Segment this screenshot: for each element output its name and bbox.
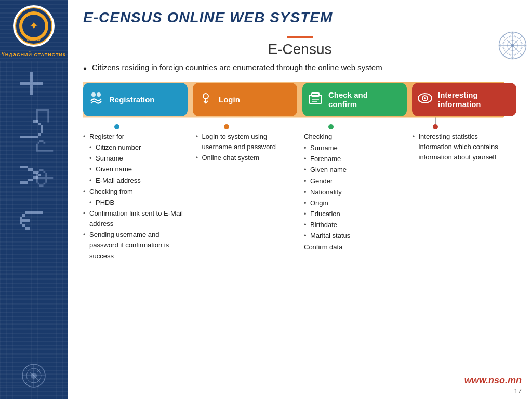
detail-item: Given name <box>83 164 188 175</box>
detail-item: Nationality <box>304 187 404 197</box>
interesting-icon <box>417 91 433 109</box>
detail-col-interesting: Interesting statistics information which… <box>408 131 517 262</box>
footer: www.nso.mn 17 <box>464 375 522 395</box>
flow-step-check: Check andconfirm <box>302 83 407 116</box>
detail-item: Citizen number <box>83 142 188 153</box>
sidebar: ✦ ҮНДЭСНИЙ ҮНДЭСНИЙ СТАТИСТИК 𑀓𑀔𑀕𑀖 𑀗𑀘𑀙 <box>0 0 68 399</box>
detail-item: Surname <box>304 143 404 153</box>
detail-item: PHDB <box>83 197 188 208</box>
detail-col-registration: Register for Citizen number Surname Give… <box>83 131 192 262</box>
page-number: 17 <box>514 387 522 395</box>
detail-item: Surname <box>83 153 188 164</box>
detail-col-login: Login to system using username and passw… <box>192 131 300 262</box>
details-grid: Register for Citizen number Surname Give… <box>83 131 516 262</box>
main-content: E-CENSUS ONLINE WEB SYSTEM <box>68 0 532 399</box>
flow-steps-container: Registration Login <box>83 83 516 116</box>
check-label: Check andconfirm <box>328 90 368 109</box>
svg-text:ҮНДЭСНИЙ: ҮНДЭСНИЙ <box>26 37 42 41</box>
login-label: Login <box>219 95 240 104</box>
interesting-detail-list: Interesting statistics information which… <box>413 131 513 163</box>
svg-point-29 <box>97 92 101 97</box>
detail-item: Checking from <box>83 187 188 197</box>
checking-label: Checking <box>304 131 404 142</box>
detail-item: Birthdate <box>304 220 404 230</box>
detail-item: Login to system using username and passw… <box>196 131 296 152</box>
check-icon <box>308 91 323 109</box>
detail-col-check: Checking Surname Forename Given name Gen… <box>300 131 408 262</box>
interesting-label: Interestinginformation <box>438 90 481 109</box>
check-detail-list: Surname Forename Given name Gender Natio… <box>304 143 404 241</box>
detail-item: Marital status <box>304 231 404 241</box>
header: E-CENSUS ONLINE WEB SYSTEM <box>68 0 532 31</box>
detail-item: Online chat system <box>196 153 296 163</box>
page-title: E-CENSUS ONLINE WEB SYSTEM <box>83 9 332 26</box>
ecensus-title-section: E-Census <box>83 36 516 58</box>
detail-item: Confirmation link sent to E-Mail address <box>83 208 188 229</box>
content-area: E-Census • Citizens residing in foreign … <box>68 31 532 399</box>
detail-item: Sending username and password if confirm… <box>83 230 188 261</box>
svg-point-28 <box>91 92 96 97</box>
description-text: • Citizens residing in foreign countries… <box>83 62 516 75</box>
registration-detail-list: Register for Citizen number Surname Give… <box>83 131 188 261</box>
title-underline <box>287 36 313 38</box>
login-icon <box>198 91 214 109</box>
flow-step-login: Login <box>193 83 297 116</box>
svg-point-40 <box>424 97 426 99</box>
connector-row <box>83 116 516 129</box>
svg-line-26 <box>520 42 526 46</box>
detail-item: E-Mail address <box>83 176 188 186</box>
detail-item: Register for <box>83 131 188 142</box>
logo: ✦ ҮНДЭСНИЙ <box>13 5 55 47</box>
detail-item: Origin <box>304 198 404 208</box>
detail-item: Interesting statistics information which… <box>413 131 513 163</box>
detail-item: Forename <box>304 154 404 164</box>
registration-icon <box>88 90 104 109</box>
svg-line-27 <box>520 46 526 50</box>
flow-step-registration: Registration <box>83 83 188 116</box>
confirm-data-label: Confirm data <box>304 242 404 252</box>
registration-label: Registration <box>109 95 155 104</box>
detail-item: Given name <box>304 165 404 175</box>
ecensus-title: E-Census <box>83 41 516 58</box>
flow-step-interesting: Interestinginformation <box>412 83 516 116</box>
bullet-point: • <box>83 62 87 75</box>
svg-point-30 <box>203 94 208 99</box>
detail-item: Education <box>304 209 404 219</box>
process-flow: Registration Login <box>83 83 516 116</box>
website-url: www.nso.mn <box>464 375 522 386</box>
login-detail-list: Login to system using username and passw… <box>196 131 296 163</box>
description-content: Citizens residing in foreign countries a… <box>92 62 382 75</box>
svg-text:✦: ✦ <box>29 19 38 32</box>
detail-item: Gender <box>304 176 404 187</box>
sidebar-org-name: ҮНДЭСНИЙ СТАТИСТИК <box>2 52 66 57</box>
